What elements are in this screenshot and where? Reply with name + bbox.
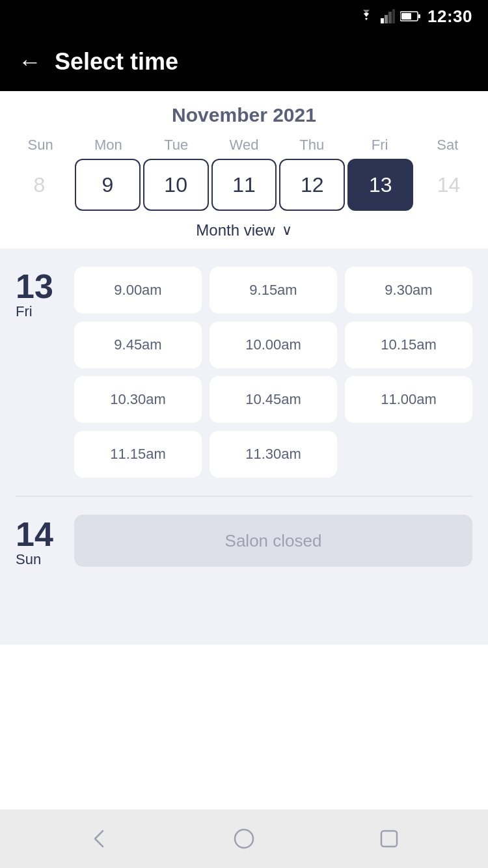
svg-rect-0 [381, 18, 384, 23]
weekday-tue: Tue [142, 137, 210, 154]
calendar-day-9[interactable]: 9 [75, 159, 141, 211]
status-bar: 12:30 [0, 0, 488, 33]
time-slot-945am[interactable]: 9.45am [74, 321, 202, 368]
section-divider [16, 496, 472, 496]
day-section-13: 13 Fri 9.00am 9.15am 9.30am 9.45am 10.00… [16, 267, 472, 496]
signal-icon [381, 9, 395, 23]
time-slot-930am[interactable]: 9.30am [345, 267, 472, 314]
nav-back-button[interactable] [86, 826, 112, 852]
battery-icon [400, 10, 421, 22]
status-time: 12:30 [427, 7, 472, 27]
month-view-toggle[interactable]: Month view ∨ [0, 211, 488, 249]
calendar-day-12[interactable]: 12 [279, 159, 345, 211]
calendar-day-14[interactable]: 14 [416, 159, 481, 211]
time-slot-1000am[interactable]: 10.00am [210, 321, 337, 368]
day-name-fri: Fri [16, 303, 33, 320]
weekday-wed: Wed [210, 137, 278, 154]
day-section-14: 14 Sun Salon closed [16, 515, 472, 586]
time-slot-1130am[interactable]: 11.30am [210, 431, 337, 478]
time-slot-915am[interactable]: 9.15am [210, 267, 337, 314]
time-slot-1045am[interactable]: 10.45am [210, 376, 337, 423]
wifi-icon [357, 10, 375, 23]
calendar-day-11[interactable]: 11 [211, 159, 277, 211]
svg-rect-8 [381, 831, 397, 847]
svg-rect-6 [418, 14, 420, 18]
weekday-fri: Fri [346, 137, 413, 154]
calendar-section: November 2021 Sun Mon Tue Wed Thu Fri Sa… [0, 91, 488, 249]
page-title: Select time [55, 48, 178, 75]
salon-closed-label: Salon closed [225, 531, 322, 551]
status-icons [357, 9, 421, 23]
time-grid-13: 9.00am 9.15am 9.30am 9.45am 10.00am 10.1… [74, 267, 472, 478]
time-slot-1015am[interactable]: 10.15am [345, 321, 472, 368]
day-name-sun: Sun [16, 551, 41, 568]
back-button[interactable]: ← [18, 50, 42, 74]
time-slot-1115am[interactable]: 11.15am [74, 431, 202, 478]
recent-nav-icon [377, 827, 401, 850]
chevron-down-icon: ∨ [282, 222, 292, 239]
time-slot-900am[interactable]: 9.00am [74, 267, 202, 314]
day-label-13: 13 Fri [16, 267, 61, 320]
calendar-month-year: November 2021 [0, 104, 488, 126]
weekday-sat: Sat [414, 137, 481, 154]
header: ← Select time [0, 33, 488, 91]
svg-point-7 [235, 830, 253, 848]
back-nav-icon [87, 827, 111, 850]
weekday-sun: Sun [7, 137, 74, 154]
day-number-13: 13 [16, 269, 53, 303]
calendar-day-10[interactable]: 10 [143, 159, 209, 211]
day-row-14: 14 Sun Salon closed [16, 515, 472, 568]
salon-closed-box: Salon closed [74, 515, 472, 567]
home-nav-icon [232, 827, 256, 850]
time-slots-section: 13 Fri 9.00am 9.15am 9.30am 9.45am 10.00… [0, 249, 488, 645]
time-slot-1030am[interactable]: 10.30am [74, 376, 202, 423]
svg-rect-1 [385, 15, 388, 23]
calendar-days: 8 9 10 11 12 13 14 [0, 159, 488, 211]
nav-home-button[interactable] [231, 826, 257, 852]
time-slot-1100am[interactable]: 11.00am [345, 376, 472, 423]
nav-recent-button[interactable] [376, 826, 402, 852]
calendar-day-8[interactable]: 8 [7, 159, 72, 211]
calendar-week-header: Sun Mon Tue Wed Thu Fri Sat [0, 137, 488, 154]
day-number-14: 14 [16, 517, 53, 551]
svg-rect-3 [392, 9, 395, 23]
day-label-14: 14 Sun [16, 515, 61, 568]
svg-rect-5 [401, 13, 411, 20]
calendar-day-13[interactable]: 13 [347, 159, 413, 211]
day-row-13: 13 Fri 9.00am 9.15am 9.30am 9.45am 10.00… [16, 267, 472, 478]
weekday-mon: Mon [74, 137, 142, 154]
month-view-label: Month view [196, 221, 275, 239]
nav-bar [0, 809, 488, 868]
weekday-thu: Thu [278, 137, 346, 154]
svg-rect-2 [388, 12, 392, 23]
